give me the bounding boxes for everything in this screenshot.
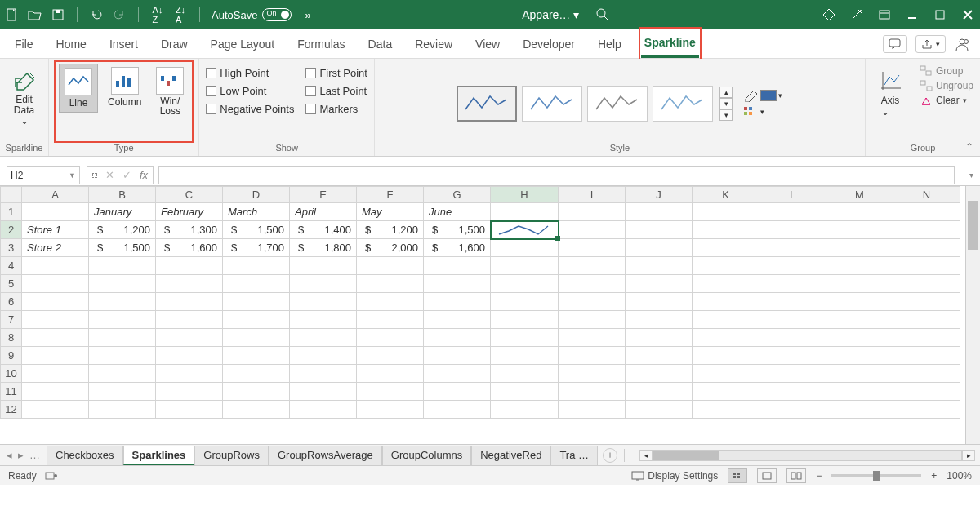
cell[interactable]: [893, 383, 960, 401]
cell[interactable]: [357, 311, 424, 329]
cell[interactable]: [424, 401, 491, 419]
cell[interactable]: April: [290, 203, 357, 221]
zoom-in-button[interactable]: +: [931, 470, 937, 482]
cell[interactable]: [626, 293, 693, 311]
cell[interactable]: $1,500: [223, 221, 290, 239]
collapse-ribbon-icon[interactable]: ⌃: [965, 141, 973, 153]
cell[interactable]: [559, 275, 626, 293]
cell[interactable]: [826, 221, 893, 239]
macro-record-icon[interactable]: [45, 470, 58, 482]
tab-draw[interactable]: Draw: [158, 31, 191, 57]
style-option-2[interactable]: [522, 86, 582, 122]
tab-view[interactable]: View: [472, 31, 503, 57]
tab-data[interactable]: Data: [365, 31, 396, 57]
cell[interactable]: [760, 365, 826, 383]
cell[interactable]: [357, 329, 424, 347]
cell[interactable]: [760, 347, 826, 365]
undo-icon[interactable]: [89, 7, 104, 22]
cell[interactable]: [156, 257, 223, 275]
new-file-icon[interactable]: [5, 7, 20, 22]
check-negative-points[interactable]: Negative Points: [206, 101, 294, 117]
sparkline-line-button[interactable]: Line: [59, 64, 98, 113]
cell[interactable]: [156, 401, 223, 419]
cell[interactable]: [357, 401, 424, 419]
cell[interactable]: [424, 329, 491, 347]
cell[interactable]: [156, 329, 223, 347]
cell[interactable]: [491, 293, 559, 311]
cell[interactable]: [626, 203, 693, 221]
cell[interactable]: [290, 365, 357, 383]
cell[interactable]: Store 2: [22, 239, 89, 257]
cell[interactable]: [626, 347, 693, 365]
row-header[interactable]: 4: [1, 257, 22, 275]
cell[interactable]: $1,600: [424, 239, 491, 257]
column-header[interactable]: K: [693, 187, 760, 203]
cell[interactable]: May: [357, 203, 424, 221]
autosave-switch[interactable]: On: [262, 8, 292, 21]
column-header[interactable]: I: [559, 187, 626, 203]
formula-expand-icon[interactable]: ▾: [963, 171, 980, 180]
cell[interactable]: [491, 221, 559, 239]
cell[interactable]: [893, 203, 960, 221]
view-page-break-button[interactable]: [786, 468, 806, 483]
cell[interactable]: [559, 257, 626, 275]
cell[interactable]: [22, 203, 89, 221]
minimize-icon[interactable]: [905, 7, 920, 22]
row-header[interactable]: 8: [1, 329, 22, 347]
cell[interactable]: [626, 221, 693, 239]
cell[interactable]: [491, 239, 559, 257]
zoom-slider[interactable]: [831, 474, 921, 477]
check-last-point[interactable]: Last Point: [305, 83, 368, 99]
gallery-more[interactable]: ▾: [719, 109, 733, 121]
sheet-tab[interactable]: GroupRows: [194, 446, 269, 465]
cell[interactable]: [826, 383, 893, 401]
cell[interactable]: [290, 257, 357, 275]
column-header[interactable]: B: [89, 187, 156, 203]
cell[interactable]: [22, 275, 89, 293]
tab-home[interactable]: Home: [53, 31, 90, 57]
column-header[interactable]: J: [626, 187, 693, 203]
cell[interactable]: [693, 239, 760, 257]
hscroll-left[interactable]: ◂: [639, 450, 653, 461]
horizontal-scrollbar[interactable]: [653, 450, 962, 461]
tab-sparkline[interactable]: Sparkline: [641, 29, 699, 58]
cell[interactable]: [826, 311, 893, 329]
cell[interactable]: [357, 275, 424, 293]
sheet-tab[interactable]: Tra …: [550, 446, 598, 465]
cell[interactable]: [357, 365, 424, 383]
cell[interactable]: [424, 347, 491, 365]
cell[interactable]: [156, 293, 223, 311]
cell[interactable]: $1,600: [156, 239, 223, 257]
row-header[interactable]: 11: [1, 383, 22, 401]
cell[interactable]: [22, 347, 89, 365]
cell[interactable]: $1,500: [424, 221, 491, 239]
cell[interactable]: [760, 221, 826, 239]
cell[interactable]: [290, 275, 357, 293]
check-high-point[interactable]: High Point: [206, 65, 294, 81]
cell[interactable]: [424, 365, 491, 383]
clear-button[interactable]: Clear ▾: [920, 95, 973, 106]
cell[interactable]: [826, 293, 893, 311]
cell[interactable]: [491, 203, 559, 221]
cell[interactable]: [893, 275, 960, 293]
cell[interactable]: [559, 221, 626, 239]
marker-color-button[interactable]: ▾: [742, 105, 782, 118]
cell[interactable]: [693, 383, 760, 401]
row-header[interactable]: 2: [1, 221, 22, 239]
cell[interactable]: [424, 257, 491, 275]
cell[interactable]: [89, 365, 156, 383]
row-header[interactable]: 1: [1, 203, 22, 221]
cell[interactable]: [223, 275, 290, 293]
cell[interactable]: [223, 347, 290, 365]
cell[interactable]: January: [89, 203, 156, 221]
row-header[interactable]: 3: [1, 239, 22, 257]
ribbon-display-icon[interactable]: [877, 7, 892, 22]
cell[interactable]: [826, 401, 893, 419]
column-header[interactable]: D: [223, 187, 290, 203]
cell[interactable]: [223, 311, 290, 329]
cell[interactable]: [760, 239, 826, 257]
autosave-toggle[interactable]: AutoSave On: [212, 8, 292, 21]
cell[interactable]: [357, 383, 424, 401]
cell[interactable]: [491, 311, 559, 329]
cell[interactable]: [826, 275, 893, 293]
